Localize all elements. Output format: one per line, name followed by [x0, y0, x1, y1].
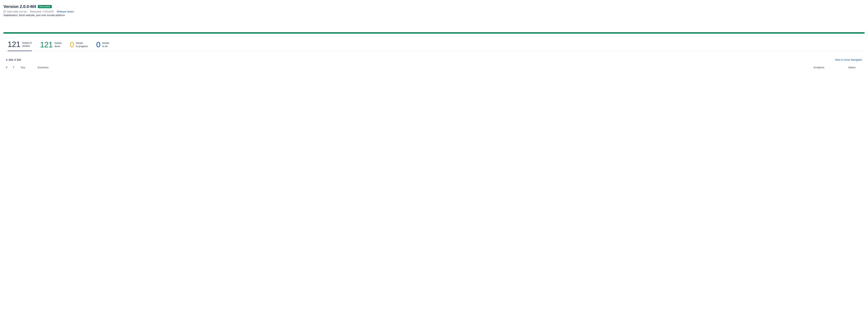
stat-number: 0: [70, 41, 74, 48]
view-in-issue-navigator-link[interactable]: View in Issue Navigator: [835, 58, 862, 61]
stat-label: Issuesin progress: [76, 41, 88, 48]
svg-rect-0: [4, 11, 6, 12]
released-badge: RELEASED: [38, 5, 52, 8]
version-description: Stabilisation, finish website, port over…: [3, 14, 865, 16]
progress-bar: [3, 32, 865, 34]
column-status[interactable]: Status: [848, 66, 862, 69]
stat-number: 0: [96, 41, 100, 48]
stat-number: 121: [40, 41, 53, 48]
start-date-text: Start date not set: [7, 10, 27, 13]
column-summary[interactable]: Summary: [37, 66, 813, 69]
stat-label: Issues inversion: [22, 41, 32, 47]
calendar-icon: [3, 10, 6, 13]
stat-tab-in-progress[interactable]: 0Issuesin progress: [70, 41, 88, 51]
pagination-text: 1–121 of 121: [6, 58, 21, 61]
version-meta: Start date not set Released: 17/Oct/20 R…: [3, 10, 865, 13]
issue-stats-tabs: 121Issues inversion121Issuesdone0Issuesi…: [3, 41, 865, 51]
version-title: Version 2.0.0-M4: [3, 4, 36, 9]
released-date-text: Released: 17/Oct/20: [30, 10, 54, 13]
stat-number: 121: [8, 41, 20, 48]
issues-table-header: P T Key Summary Assignee Status: [3, 66, 865, 70]
column-priority[interactable]: P: [6, 66, 13, 69]
column-key[interactable]: Key: [21, 66, 37, 69]
stat-tab-done[interactable]: 121Issuesdone: [40, 41, 62, 51]
release-notes-link[interactable]: Release Notes: [57, 10, 74, 13]
stat-tab-in-version[interactable]: 121Issues inversion: [8, 41, 32, 51]
stat-label: Issuesto do: [102, 41, 109, 48]
stat-label: Issuesdone: [55, 41, 61, 48]
column-type[interactable]: T: [13, 66, 21, 69]
stat-tab-to-do[interactable]: 0Issuesto do: [96, 41, 109, 51]
column-assignee[interactable]: Assignee: [813, 66, 848, 69]
